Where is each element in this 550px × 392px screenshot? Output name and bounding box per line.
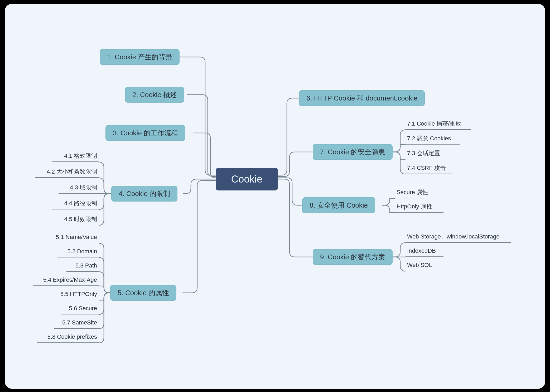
leaf-7-4[interactable]: 7.4 CSRF 攻击 [406, 164, 452, 174]
leaf-9-2[interactable]: IndexedDB [406, 246, 443, 257]
connector-lines [5, 4, 545, 389]
branch-3[interactable]: 3. Cookie 的工作流程 [105, 125, 185, 141]
mindmap-canvas: Cookie 1. Cookie 产生的背景 2. Cookie 概述 3. C… [5, 4, 545, 389]
leaf-4-5[interactable]: 4.5 时效限制 [52, 215, 99, 225]
branch-5[interactable]: 5. Cookie 的属性 [110, 285, 176, 301]
leaf-7-1[interactable]: 7.1 Cookie 捕获/重放 [406, 119, 471, 130]
leaf-7-2[interactable]: 7.2 恶意 Cookies [406, 134, 460, 145]
branch-1[interactable]: 1. Cookie 产生的背景 [100, 49, 180, 65]
branch-9[interactable]: 9. Cookie 的替代方案 [313, 249, 393, 265]
leaf-7-3[interactable]: 7.3 会话定置 [406, 149, 449, 159]
leaf-5-5[interactable]: 5.5 HTTPOnly [53, 290, 99, 300]
leaf-4-2[interactable]: 4.2 大小和条数限制 [35, 167, 99, 178]
leaf-5-8[interactable]: 5.8 Cookie prefixes [37, 332, 99, 343]
branch-6[interactable]: 6. HTTP Cookie 和 document.cookie [299, 90, 425, 106]
leaf-9-1[interactable]: Web Storage、window.localStorage [406, 232, 511, 243]
leaf-4-4[interactable]: 4.4 路径限制 [52, 199, 99, 209]
leaf-9-3[interactable]: Web SQL [406, 261, 439, 271]
leaf-5-4[interactable]: 5.4 Expires/Max-Age [33, 275, 99, 286]
leaf-8-2[interactable]: HttpOnly 属性 [395, 202, 443, 213]
branch-2[interactable]: 2. Cookie 概述 [125, 87, 184, 103]
leaf-5-2[interactable]: 5.2 Domain [57, 247, 99, 257]
leaf-5-1[interactable]: 5.1 Name/Value [46, 233, 99, 243]
leaf-8-1[interactable]: Secure 属性 [395, 188, 437, 198]
leaf-4-1[interactable]: 4.1 格式限制 [52, 151, 99, 162]
branch-4[interactable]: 4. Cookie 的限制 [111, 186, 177, 202]
leaf-5-6[interactable]: 5.6 Secure [61, 304, 99, 314]
leaf-4-3[interactable]: 4.3 域限制 [59, 183, 99, 194]
branch-8[interactable]: 8. 安全使用 Cookie [302, 197, 375, 213]
branch-7[interactable]: 7. Cookie 的安全隐患 [313, 144, 393, 160]
leaf-5-3[interactable]: 5.3 Path [66, 261, 99, 272]
leaf-5-7[interactable]: 5.7 SameSite [54, 318, 99, 329]
root-node[interactable]: Cookie [216, 168, 278, 190]
